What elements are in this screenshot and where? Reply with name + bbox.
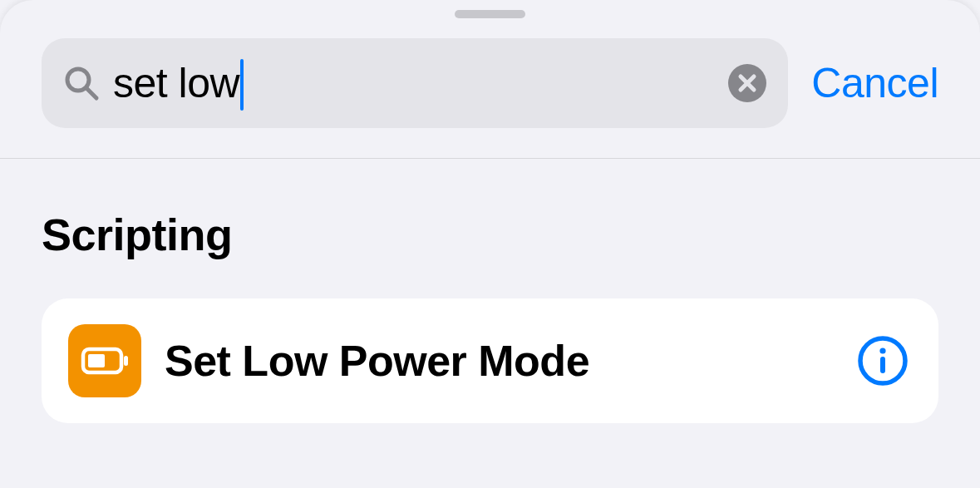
section-header-scripting: Scripting [42, 209, 938, 260]
svg-line-1 [86, 88, 96, 98]
action-picker-sheet: set low Cancel Scripting Se [0, 0, 980, 488]
search-icon [63, 65, 100, 101]
svg-rect-6 [124, 356, 128, 366]
cancel-button[interactable]: Cancel [811, 59, 938, 107]
info-button[interactable] [857, 335, 909, 387]
text-cursor [240, 59, 244, 111]
svg-rect-9 [880, 357, 885, 373]
action-row-set-low-power-mode[interactable]: Set Low Power Mode [42, 298, 938, 423]
battery-icon [68, 324, 141, 397]
grabber-icon [455, 10, 525, 18]
svg-point-8 [879, 348, 885, 353]
svg-rect-5 [88, 354, 105, 367]
sheet-grabber-area[interactable] [0, 0, 980, 18]
search-input-value: set low [113, 59, 239, 107]
search-input[interactable]: set low [42, 38, 788, 128]
clear-search-button[interactable] [728, 64, 766, 102]
action-title: Set Low Power Mode [165, 336, 857, 386]
results-content: Scripting Set Low Power Mode [0, 159, 980, 423]
search-bar-row: set low Cancel [0, 18, 980, 158]
